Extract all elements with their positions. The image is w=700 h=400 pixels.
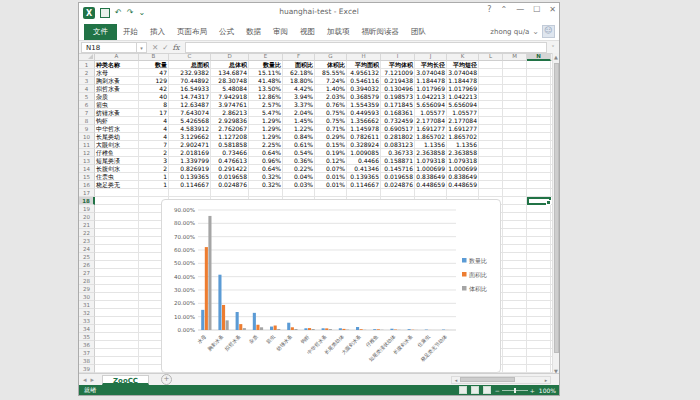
cell-G7[interactable]: 0.75%: [315, 109, 347, 117]
vertical-scrollbar[interactable]: ▲ ▼: [552, 53, 559, 375]
cell-C16[interactable]: 0.114667: [169, 181, 211, 189]
cell-A10[interactable]: 长尾类幼: [95, 133, 139, 141]
cell-C2[interactable]: 232.9382: [169, 69, 211, 77]
scroll-right-icon[interactable]: ▸: [542, 377, 550, 383]
cell-A23[interactable]: [95, 237, 139, 245]
cell-N33[interactable]: [527, 317, 551, 325]
cell-J3[interactable]: 1.184478: [415, 77, 447, 85]
cell-D12[interactable]: 0.73466: [211, 149, 249, 157]
cell-N2[interactable]: [527, 69, 551, 77]
cell-N20[interactable]: [527, 213, 551, 221]
cell-N16[interactable]: [527, 181, 551, 189]
cell-K12[interactable]: 2.363858: [447, 149, 479, 157]
cell-M10[interactable]: [503, 133, 527, 141]
cell-A28[interactable]: [95, 277, 139, 285]
cell-F2[interactable]: 62.18%: [283, 69, 315, 77]
row-header-31[interactable]: 31: [79, 301, 95, 309]
cell-K1[interactable]: 平均短径: [447, 61, 479, 69]
cell-N6[interactable]: [527, 101, 551, 109]
row-header-35[interactable]: 35: [79, 333, 95, 341]
cell-M37[interactable]: [503, 349, 527, 357]
cell-L5[interactable]: [479, 93, 503, 101]
row-header-3[interactable]: 3: [79, 77, 95, 85]
cell-N29[interactable]: [527, 285, 551, 293]
cell-E15[interactable]: 0.32%: [249, 173, 283, 181]
cell-L4[interactable]: [479, 85, 503, 93]
zoom-slider[interactable]: − +: [495, 387, 535, 394]
cell-A19[interactable]: [95, 205, 139, 213]
cell-C6[interactable]: 12.63487: [169, 101, 211, 109]
cell-J6[interactable]: 5.656094: [415, 101, 447, 109]
cell-M23[interactable]: [503, 237, 527, 245]
cell-D11[interactable]: 0.581858: [211, 141, 249, 149]
cell-K3[interactable]: 1.184478: [447, 77, 479, 85]
column-header-B[interactable]: B: [139, 53, 169, 61]
cell-M2[interactable]: [503, 69, 527, 77]
cell-J5[interactable]: 1.042213: [415, 93, 447, 101]
horizontal-scroll-thumb[interactable]: [460, 377, 515, 382]
zoom-thumb[interactable]: [514, 388, 516, 393]
column-header-G[interactable]: G: [315, 53, 347, 61]
cell-J8[interactable]: 2.177084: [415, 117, 447, 125]
cell-A2[interactable]: 水母: [95, 69, 139, 77]
cell-M31[interactable]: [503, 301, 527, 309]
ribbon-tab-5[interactable]: 审阅: [267, 24, 294, 40]
cell-G5[interactable]: 2.03%: [315, 93, 347, 101]
cell-N8[interactable]: [527, 117, 551, 125]
cell-N26[interactable]: [527, 261, 551, 269]
cell-B3[interactable]: 129: [139, 77, 169, 85]
cell-G10[interactable]: 0.29%: [315, 133, 347, 141]
cell-K15[interactable]: 0.838649: [447, 173, 479, 181]
cell-A18[interactable]: [95, 197, 139, 205]
cell-K7[interactable]: 1.05577: [447, 109, 479, 117]
cell-L16[interactable]: [479, 181, 503, 189]
row-header-2[interactable]: 2: [79, 69, 95, 77]
cell-B8[interactable]: 4: [139, 117, 169, 125]
row-header-5[interactable]: 5: [79, 93, 95, 101]
cell-A17[interactable]: [95, 189, 139, 197]
cell-C15[interactable]: 0.139365: [169, 173, 211, 181]
cell-N9[interactable]: [527, 125, 551, 133]
cell-G6[interactable]: 0.76%: [315, 101, 347, 109]
excel-icon[interactable]: X: [83, 7, 95, 19]
cell-C10[interactable]: 3.129662: [169, 133, 211, 141]
cell-D13[interactable]: 0.476613: [211, 157, 249, 165]
row-header-39[interactable]: 39: [79, 365, 95, 373]
select-all-corner[interactable]: [79, 53, 95, 61]
cell-L6[interactable]: [479, 101, 503, 109]
cell-C9[interactable]: 4.583912: [169, 125, 211, 133]
cell-C4[interactable]: 16.54933: [169, 85, 211, 93]
cell-I13[interactable]: 0.158871: [381, 157, 415, 165]
cell-C8[interactable]: 5.426568: [169, 117, 211, 125]
cell-H10[interactable]: 0.782611: [347, 133, 381, 141]
row-header-4[interactable]: 4: [79, 85, 95, 93]
cell-E16[interactable]: 0.32%: [249, 181, 283, 189]
cell-M38[interactable]: [503, 357, 527, 365]
cell-K13[interactable]: 1.079318: [447, 157, 479, 165]
cell-A34[interactable]: [95, 325, 139, 333]
cell-E1[interactable]: 数量比: [249, 61, 283, 69]
cell-N23[interactable]: [527, 237, 551, 245]
cell-F15[interactable]: 0.04%: [283, 173, 315, 181]
cell-I1[interactable]: 平均体积: [381, 61, 415, 69]
cell-A1[interactable]: 种类名称: [95, 61, 139, 69]
cell-B4[interactable]: 42: [139, 85, 169, 93]
row-header-15[interactable]: 15: [79, 173, 95, 181]
row-header-1[interactable]: 1: [79, 61, 95, 69]
cell-M9[interactable]: [503, 125, 527, 133]
row-header-8[interactable]: 8: [79, 117, 95, 125]
cell-B6[interactable]: 8: [139, 101, 169, 109]
row-header-30[interactable]: 30: [79, 293, 95, 301]
cell-N7[interactable]: [527, 109, 551, 117]
row-header-13[interactable]: 13: [79, 157, 95, 165]
cell-D14[interactable]: 0.291422: [211, 165, 249, 173]
cell-M34[interactable]: [503, 325, 527, 333]
cell-J7[interactable]: 1.05577: [415, 109, 447, 117]
row-header-10[interactable]: 10: [79, 133, 95, 141]
cell-K5[interactable]: 1.042213: [447, 93, 479, 101]
cell-C12[interactable]: 2.018169: [169, 149, 211, 157]
cell-A21[interactable]: [95, 221, 139, 229]
cell-A35[interactable]: [95, 333, 139, 341]
cell-G1[interactable]: 体积比: [315, 61, 347, 69]
cell-J12[interactable]: 2.363858: [415, 149, 447, 157]
